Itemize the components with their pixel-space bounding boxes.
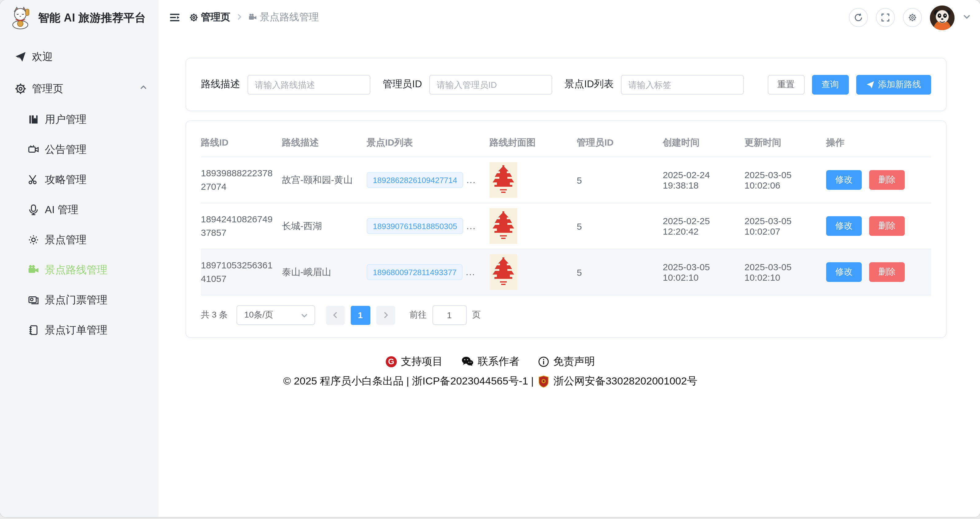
paper-plane-icon — [866, 80, 874, 89]
beian-link[interactable]: 浙公网安备33028202001002号 — [554, 374, 697, 388]
cell-route-desc: 泰山-峨眉山 — [282, 249, 367, 295]
app-logo-row: 智能 AI 旅游推荐平台 — [0, 0, 159, 33]
cell-updated: 2025-03-05 10:02:07 — [745, 203, 826, 249]
collapse-sidebar-icon[interactable] — [169, 12, 181, 23]
sidebar-item-spot-tickets[interactable]: 景点门票管理 — [0, 285, 159, 315]
cell-ops: 修改 删除 — [826, 203, 931, 249]
gear-icon — [15, 83, 26, 94]
col-cover: 路线封面图 — [490, 127, 577, 157]
sidebar-item-welcome[interactable]: 欢迎 — [0, 41, 159, 72]
edit-button[interactable]: 修改 — [826, 216, 862, 236]
cell-created: 2025-02-24 19:38:18 — [663, 157, 745, 203]
spot-id-tag[interactable]: 1896800972811493377 — [367, 264, 463, 280]
sidebar-item-label: 景点门票管理 — [45, 293, 108, 307]
table-row: 1894241082674937857 长城-西湖 18939076158188… — [201, 203, 931, 249]
prev-page-button[interactable] — [326, 306, 344, 325]
fullscreen-button[interactable] — [876, 8, 895, 27]
filter-label: 管理员ID — [383, 78, 422, 91]
sidebar-item-announcements[interactable]: 公告管理 — [0, 135, 159, 165]
cell-updated: 2025-03-05 10:02:10 — [745, 249, 826, 295]
sidebar-item-spots[interactable]: 景点管理 — [0, 225, 159, 255]
user-avatar[interactable] — [930, 5, 954, 30]
col-admin-id: 管理员ID — [577, 127, 663, 157]
cell-cover — [490, 249, 577, 295]
table-row: 1893988822237827074 故宫-颐和园-黄山 1892862826… — [201, 157, 931, 203]
gear-icon — [907, 13, 917, 22]
cell-cover — [490, 157, 577, 203]
route-cover-image[interactable] — [490, 208, 517, 244]
chevron-down-icon — [300, 311, 308, 319]
sidebar-item-label: 公告管理 — [45, 142, 87, 157]
cell-route-desc: 故宫-颐和园-黄山 — [282, 157, 367, 203]
sidebar-item-guides[interactable]: 攻略管理 — [0, 165, 159, 195]
route-cover-image[interactable] — [490, 254, 517, 290]
spot-id-tag[interactable]: 1893907615818850305 — [367, 218, 463, 234]
col-created: 创建时间 — [663, 127, 745, 157]
cell-spot-ids: 1893907615818850305... — [367, 203, 490, 249]
search-button[interactable]: 查询 — [812, 75, 848, 94]
filter-card: 路线描述 管理员ID 景点ID列表 重置 查询 添加新路线 — [186, 58, 946, 111]
refresh-button[interactable] — [848, 8, 868, 27]
disclaimer-label: 免责声明 — [554, 354, 595, 369]
cell-created: 2025-02-25 12:20:42 — [663, 203, 745, 249]
cell-updated: 2025-03-05 10:02:06 — [745, 157, 826, 203]
add-route-label: 添加新路线 — [878, 79, 921, 90]
topbar: 管理页 景点路线管理 — [159, 0, 980, 35]
delete-button[interactable]: 删除 — [869, 216, 905, 236]
sidebar-item-users[interactable]: 用户管理 — [0, 104, 159, 135]
filter-label: 路线描述 — [201, 78, 240, 91]
route-cover-image[interactable] — [490, 162, 517, 198]
cell-route-desc: 长城-西湖 — [282, 203, 367, 249]
cell-route-id: 1897105325636141057 — [201, 249, 282, 295]
spot-ids-input[interactable] — [621, 75, 744, 94]
filter-actions: 重置 查询 添加新路线 — [767, 75, 931, 94]
book-icon — [28, 114, 39, 125]
sidebar-item-ai[interactable]: AI 管理 — [0, 195, 159, 225]
support-project-link[interactable]: G 支持项目 — [386, 354, 443, 369]
sidebar-item-label: 景点订单管理 — [45, 323, 108, 337]
sidebar-item-spot-routes[interactable]: 景点路线管理 — [0, 255, 159, 285]
cell-admin-id: 5 — [577, 157, 663, 203]
filter-label: 景点ID列表 — [565, 78, 614, 91]
sidebar-item-admin-group[interactable]: 管理页 — [0, 72, 159, 104]
breadcrumb-admin[interactable]: 管理页 — [189, 11, 230, 24]
next-page-button[interactable] — [376, 306, 395, 325]
route-desc-input[interactable] — [248, 75, 371, 94]
delete-button[interactable]: 删除 — [869, 170, 905, 190]
scissors-icon — [28, 174, 39, 185]
admin-id-input[interactable] — [430, 75, 552, 94]
disclaimer-link[interactable]: 免责声明 — [538, 354, 595, 369]
chevron-right-icon — [382, 311, 389, 319]
app-window: 智能 AI 旅游推荐平台 欢迎 管理页 用户管理 — [0, 0, 980, 517]
sidebar-item-label: 用户管理 — [45, 112, 87, 127]
page-size-select[interactable]: 10条/页 — [236, 305, 315, 325]
sidebar-submenu: 用户管理 公告管理 攻略管理 AI 管理 景点管理 — [0, 104, 159, 345]
contact-author-link[interactable]: 联系作者 — [461, 354, 520, 369]
footer-copyright: © 2025 程序员小白条出品 | 浙ICP备2023044565号-1 | 浙… — [283, 374, 697, 388]
reset-button[interactable]: 重置 — [767, 75, 804, 94]
lucky-cat-logo-icon — [9, 6, 32, 29]
contact-author-label: 联系作者 — [478, 354, 520, 369]
filter-route-desc: 路线描述 — [201, 75, 371, 94]
edit-button[interactable]: 修改 — [826, 170, 862, 190]
cell-route-id: 1893988822237827074 — [201, 157, 282, 203]
sidebar-item-spot-orders[interactable]: 景点订单管理 — [0, 315, 159, 345]
col-route-id: 路线ID — [201, 127, 282, 157]
page-suffix: 页 — [472, 310, 480, 321]
edit-button[interactable]: 修改 — [826, 262, 862, 282]
chevron-up-icon[interactable] — [140, 82, 147, 95]
cell-created: 2025-03-05 10:02:10 — [663, 249, 745, 295]
sidebar-item-label: 管理页 — [32, 81, 63, 96]
goto-page-input[interactable] — [432, 305, 466, 325]
settings-button[interactable] — [903, 8, 922, 27]
delete-button[interactable]: 删除 — [869, 262, 905, 282]
chevron-down-icon[interactable] — [962, 12, 971, 23]
page-number-1[interactable]: 1 — [350, 306, 370, 325]
sidebar-item-label: 景点路线管理 — [45, 263, 108, 277]
tag-overflow-ellipsis: ... — [466, 220, 476, 231]
spot-id-tag[interactable]: 1892862826109427714 — [367, 172, 463, 188]
fullscreen-icon — [880, 13, 890, 22]
add-route-button[interactable]: 添加新路线 — [856, 75, 931, 94]
sidebar-item-label: AI 管理 — [45, 203, 79, 217]
refresh-icon — [853, 13, 863, 22]
